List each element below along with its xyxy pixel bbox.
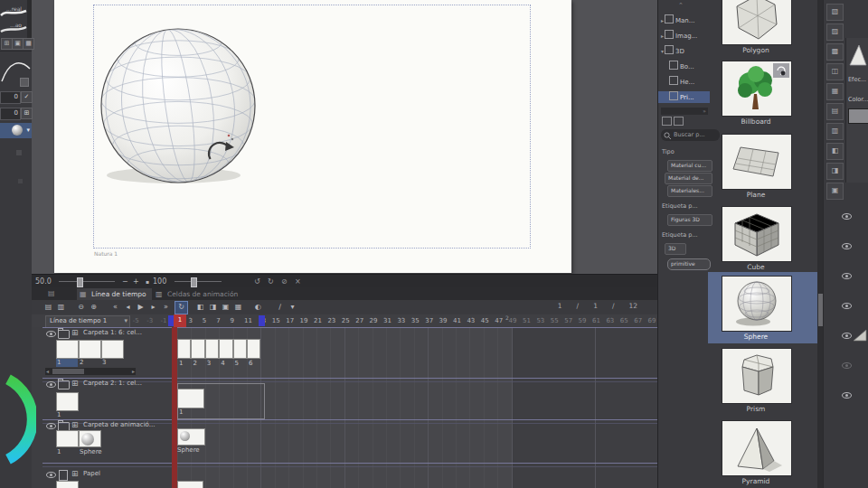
tab-animation-cels[interactable]: ▥ Celdas de animación: [153, 288, 243, 300]
material-thumbnail-billboard-icon[interactable]: [722, 61, 792, 117]
close-icon[interactable]: ×: [295, 277, 301, 286]
rotation-slider[interactable]: [175, 281, 222, 282]
zoom-in-button[interactable]: +: [133, 277, 139, 286]
color-wheel[interactable]: [0, 349, 36, 488]
timeline-selector-dropdown[interactable]: Línea de tiempo 1 ▾: [45, 315, 130, 328]
material-item-polygon[interactable]: Polygon: [709, 0, 817, 58]
material-item-sphere[interactable]: Sphere: [709, 276, 817, 344]
brush-tip-selected-row[interactable]: ▾: [0, 123, 32, 138]
tree-item-3d[interactable]: ▾3D: [658, 45, 710, 57]
reset-view-icon[interactable]: ⊘: [281, 277, 288, 286]
playhead-line[interactable]: [172, 327, 177, 488]
expander-icon[interactable]: ▸: [661, 17, 664, 23]
filter-type-option-2[interactable]: Material de...: [665, 173, 712, 184]
layer-visibility-eye-icon[interactable]: [46, 423, 56, 429]
rotation-slider-handle[interactable]: [191, 277, 197, 287]
material-item-plane[interactable]: Plane: [709, 134, 817, 202]
scroll-left-icon[interactable]: ◂: [46, 368, 49, 375]
subtool-stroke-preview-1[interactable]: ...real: [0, 5, 27, 18]
material-item-billboard[interactable]: Billboard: [709, 61, 817, 129]
playback-end-marker[interactable]: [259, 315, 265, 326]
timeline-cel[interactable]: [247, 339, 260, 359]
tab-timeline[interactable]: ▦ Línea de tiempo: [77, 288, 152, 300]
layer-visibility-eye-icon[interactable]: [842, 273, 852, 279]
material-thumbnail-cube-icon[interactable]: [722, 206, 792, 262]
cel-thumbnail[interactable]: [79, 340, 101, 359]
timeline-ruler[interactable]: Línea de tiempo 1 ▾ -5-3-135791113151719…: [32, 314, 657, 328]
light-table-icon[interactable]: ◐: [252, 301, 264, 313]
check-button-2[interactable]: ⊞: [21, 108, 33, 119]
filter-type-option-3[interactable]: Materiales...: [667, 185, 712, 197]
timeline-cel[interactable]: [219, 339, 232, 359]
next-frame-icon[interactable]: ▸: [147, 301, 159, 313]
layer-visibility-eye-icon[interactable]: [842, 362, 852, 369]
timeline-cel[interactable]: [191, 339, 204, 359]
expand-plus-icon[interactable]: ⊞: [71, 380, 79, 388]
cel-thumbnail[interactable]: [56, 430, 79, 447]
panel-icon-5[interactable]: ▦: [826, 83, 844, 100]
panel-menu-icon[interactable]: ▤: [48, 289, 55, 297]
play-icon[interactable]: ▶: [135, 301, 146, 313]
layer-visibility-eye-icon[interactable]: [842, 213, 852, 220]
layer-visibility-eye-icon[interactable]: [842, 392, 852, 399]
tree-item-bo[interactable]: Bo...: [658, 61, 710, 72]
color-swatch[interactable]: [848, 108, 868, 124]
cel-thumbnail[interactable]: [56, 340, 79, 359]
new-timeline-icon[interactable]: ▤: [42, 301, 54, 313]
canvas-workspace[interactable]: Natura 1: [32, 0, 657, 274]
zoom-slider[interactable]: [59, 281, 115, 282]
rotate-left-icon[interactable]: ↺: [254, 277, 260, 286]
layer-name[interactable]: Papel: [83, 470, 100, 477]
cel-thumbnail[interactable]: [56, 481, 79, 488]
timeline-cel[interactable]: [177, 389, 204, 408]
scroll-up-icon[interactable]: ⌃: [678, 2, 684, 9]
playhead[interactable]: 1: [174, 314, 186, 327]
timeline-list-icon[interactable]: ▥: [55, 301, 67, 313]
material-thumbnail-prism-icon[interactable]: [722, 348, 792, 404]
cel-thumbnail[interactable]: [56, 392, 79, 411]
layer-name[interactable]: Carpeta 1: 6: cel...: [83, 329, 142, 336]
tree-item-man[interactable]: ▸Man...: [658, 14, 710, 26]
material-thumbnail-polygon-icon[interactable]: [722, 0, 792, 45]
keyframe-menu-icon[interactable]: ▾: [287, 301, 298, 313]
value-stepper-1[interactable]: 0: [0, 91, 21, 104]
onion-skin-next-icon[interactable]: ◨: [207, 301, 219, 313]
timeline-tracks[interactable]: ⊞ Carpeta 1: 6: cel... 123 ◂ ▸ 123456 ⊞ …: [32, 327, 657, 488]
expander-icon[interactable]: ▸: [661, 33, 664, 39]
zoom-in-icon[interactable]: ⊕: [88, 301, 99, 313]
folder-options-icon[interactable]: [674, 117, 684, 126]
tree-item-he[interactable]: He...: [658, 76, 710, 88]
timeline-cel-sphere[interactable]: [177, 428, 205, 446]
loop-playback-icon[interactable]: ↻: [175, 301, 188, 314]
panel-icon-3[interactable]: ▩: [826, 43, 844, 61]
normal-line-icon[interactable]: ∕: [274, 301, 286, 313]
material-thumbnail-plane-icon[interactable]: [722, 134, 792, 190]
expand-plus-icon[interactable]: ⊞: [71, 421, 79, 429]
timeline-cel[interactable]: [205, 339, 219, 359]
timeline-cel[interactable]: [233, 339, 247, 359]
filter-type-option-1[interactable]: Material cu...: [667, 160, 712, 172]
onion-skin-settings-icon[interactable]: ▣: [220, 301, 231, 313]
tree-item-pri[interactable]: Pri...: [658, 91, 710, 103]
timeline-cel[interactable]: [177, 481, 203, 488]
expander-icon[interactable]: ▾: [661, 48, 664, 54]
subtool-stroke-preview-2[interactable]: ...ao: [0, 21, 27, 33]
previous-frame-icon[interactable]: ◂: [122, 301, 134, 313]
show-cels-icon[interactable]: ▦: [232, 301, 244, 313]
material-item-pyramid[interactable]: Pyramid: [709, 420, 817, 488]
filter-tag-primitive[interactable]: primitive: [667, 258, 711, 270]
zoom-out-button[interactable]: −: [122, 277, 128, 286]
canvas-page[interactable]: Natura 1: [54, 0, 571, 273]
filter-tag-3d[interactable]: 3D: [665, 243, 686, 255]
skip-to-start-icon[interactable]: «: [109, 301, 121, 313]
layer-visibility-eye-icon[interactable]: [46, 381, 56, 388]
cel-row-scrollbar[interactable]: ◂ ▸: [45, 368, 136, 375]
timeline-cel[interactable]: [177, 339, 191, 359]
hand-tool-icon[interactable]: [20, 78, 29, 87]
layer-visibility-eye-icon[interactable]: [46, 331, 56, 337]
scroll-right-icon[interactable]: ▸: [132, 368, 135, 375]
cel-thumbnail[interactable]: [101, 340, 124, 359]
new-folder-icon[interactable]: [662, 117, 672, 126]
panel-icon-7[interactable]: ▥: [826, 123, 844, 140]
layer-name[interactable]: Carpeta 2: 1: cel...: [83, 380, 142, 387]
